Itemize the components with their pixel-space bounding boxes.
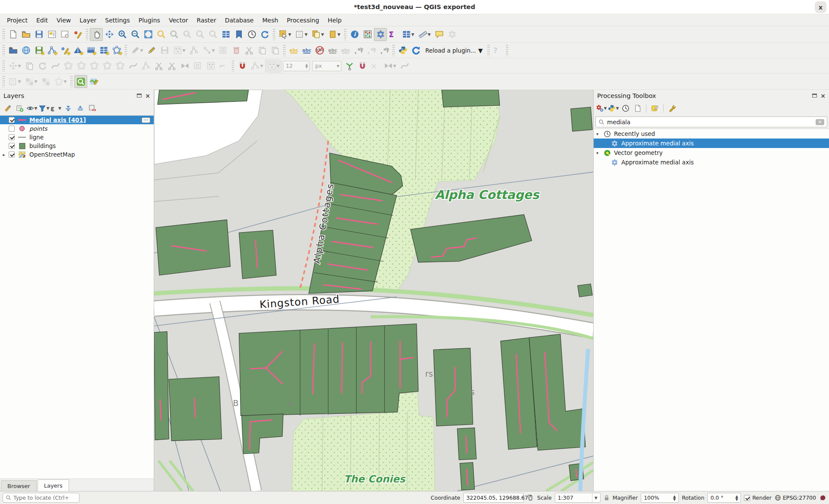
- trim-extend-button[interactable]: ⌐: [217, 60, 230, 72]
- processing-search-input[interactable]: [607, 119, 813, 126]
- vertex-tool-button[interactable]: ▼: [200, 44, 217, 57]
- new-geopackage-layer-button[interactable]: *: [32, 44, 45, 57]
- new-mesh-layer-button[interactable]: *: [71, 44, 84, 57]
- window-close-button[interactable]: x: [815, 1, 826, 13]
- bookmarks-button[interactable]: [232, 28, 245, 41]
- rotation-spin[interactable]: 0.0 ° ▲▼: [707, 493, 741, 503]
- collapse-all-button[interactable]: [74, 103, 86, 114]
- invert-selection-dropdown-icon[interactable]: ▼: [338, 32, 341, 37]
- mesh-force-by-lines-button[interactable]: ▼: [52, 75, 69, 88]
- zoom-in-button[interactable]: +: [116, 28, 129, 41]
- snap-units-combo[interactable]: px▾: [312, 61, 342, 71]
- processing-panel-close-icon[interactable]: ×: [820, 94, 826, 98]
- digitize-with-segment-button[interactable]: ▼: [171, 44, 187, 57]
- measure-button[interactable]: ▼: [416, 28, 433, 41]
- manage-map-themes-button[interactable]: ▼: [26, 103, 38, 114]
- edit-features-in-place-button[interactable]: [649, 103, 661, 114]
- enable-snapping-button[interactable]: [236, 60, 249, 72]
- temporal-controller-button[interactable]: [245, 28, 258, 41]
- memory-layer-indicator-icon[interactable]: [142, 117, 150, 123]
- layer-visibility-checkbox[interactable]: [9, 151, 15, 158]
- avoid-overlap-mode-button[interactable]: ▼: [382, 60, 398, 72]
- render-checkbox[interactable]: [744, 495, 750, 501]
- annotations-button[interactable]: [446, 28, 459, 41]
- layers-panel-close-icon[interactable]: ×: [145, 94, 150, 98]
- menu-database[interactable]: Database: [221, 16, 258, 25]
- modify-attributes-button[interactable]: [217, 44, 230, 57]
- snapping-mode-dropdown-icon[interactable]: ▼: [260, 64, 263, 68]
- new-gpx-layer-button[interactable]: *: [84, 44, 97, 57]
- quickosm-button[interactable]: [87, 75, 100, 88]
- topological-editing-button[interactable]: [343, 60, 356, 72]
- add-group-button[interactable]: [14, 103, 25, 114]
- osm-place-search-button[interactable]: [74, 75, 87, 88]
- filter-legend-dropdown-icon[interactable]: ▼: [47, 106, 50, 110]
- python-console-button[interactable]: [396, 44, 409, 57]
- mouse-extents-icon[interactable]: [527, 494, 534, 501]
- add-part-button[interactable]: [75, 60, 88, 72]
- menu-layer[interactable]: Layer: [75, 16, 101, 25]
- copy-move-feature-button[interactable]: [23, 60, 36, 72]
- rotate-label-button[interactable]: ab: [365, 44, 378, 57]
- scripts-dropdown-icon[interactable]: ▼: [616, 106, 619, 110]
- snap-tolerance-spinbox[interactable]: 12▲▼: [283, 61, 310, 71]
- menu-vector[interactable]: Vector: [165, 16, 193, 25]
- split-features-button[interactable]: [152, 60, 165, 72]
- mesh-digitizing-button[interactable]: ▼: [6, 75, 23, 88]
- layer-visibility-checkbox[interactable]: [9, 134, 15, 140]
- snap-tolerance-stepper-icons[interactable]: ▲▼: [306, 63, 309, 69]
- new-print-layout-button[interactable]: [45, 28, 58, 41]
- open-attribute-table-dropdown-icon[interactable]: ▼: [411, 32, 414, 37]
- processing-group-vector-geometry[interactable]: ▾Vector geometry: [594, 148, 829, 158]
- merge-attributes-button[interactable]: [191, 60, 204, 72]
- messages-balloon-icon[interactable]: [819, 495, 826, 501]
- highlight-pinned-labels-button[interactable]: abc: [339, 44, 352, 57]
- save-project-button[interactable]: [32, 28, 45, 41]
- search-clear-icon[interactable]: ✕: [816, 119, 824, 125]
- pan-to-selection-button[interactable]: [103, 28, 116, 41]
- zoom-to-layer-button[interactable]: [168, 28, 180, 41]
- move-feature-dropdown-icon[interactable]: ▼: [18, 64, 21, 68]
- select-features-button[interactable]: ▼: [277, 28, 293, 41]
- tab-layers[interactable]: Layers: [38, 479, 69, 491]
- delete-part-button[interactable]: [114, 60, 127, 72]
- copy-features-button[interactable]: [256, 44, 269, 57]
- measure-dropdown-icon[interactable]: ▼: [428, 32, 431, 37]
- scale-dropdown-icon[interactable]: ▼: [592, 493, 598, 502]
- processing-algorithm-item-selected[interactable]: Approximate medial axis: [594, 139, 829, 148]
- show-layout-manager-button[interactable]: [58, 28, 71, 41]
- snapping-on-intersection-button[interactable]: [356, 60, 369, 72]
- invert-selection-button[interactable]: ▼: [326, 28, 342, 41]
- locator-input[interactable]: [13, 495, 70, 501]
- data-source-manager-button[interactable]: [6, 44, 19, 57]
- history-button[interactable]: [620, 103, 631, 114]
- zoom-native-button[interactable]: 1:1: [180, 28, 193, 41]
- deselect-features-button[interactable]: ▼: [310, 28, 326, 41]
- new-spatialite-layer-button[interactable]: *: [58, 44, 71, 57]
- rotate-point-symbols-button[interactable]: [204, 60, 217, 72]
- rotation-stepper-icons[interactable]: ▲▼: [735, 495, 738, 501]
- models-dropdown-icon[interactable]: ▼: [604, 106, 607, 110]
- snapping-mode-button[interactable]: ▼: [249, 60, 265, 72]
- new-temporary-scratch-layer-button[interactable]: *: [110, 44, 123, 57]
- vertex-tool-dropdown-icon[interactable]: ▼: [212, 48, 215, 53]
- change-label-properties-button[interactable]: ab: [378, 44, 391, 57]
- filter-by-expression-button[interactable]: ε▼: [50, 103, 62, 114]
- processing-search-box[interactable]: ✕: [595, 117, 827, 127]
- processing-group-recently-used[interactable]: ▾Recently used: [594, 129, 829, 139]
- new-shapefile-layer-button[interactable]: *: [45, 44, 58, 57]
- plugin-help-button[interactable]: ?: [491, 44, 504, 57]
- new-project-button[interactable]: [6, 28, 19, 41]
- plugin-reloader-choose-dropdown-icon[interactable]: ▼: [478, 47, 482, 54]
- tab-browser[interactable]: Browser: [1, 480, 37, 491]
- open-layer-styling-button[interactable]: [2, 103, 13, 114]
- layer-expander-icon[interactable]: ▸: [2, 152, 6, 157]
- current-edits-button[interactable]: ▼: [129, 44, 145, 57]
- mesh-digitizing-dropdown-icon[interactable]: ▼: [18, 79, 21, 84]
- menu-processing[interactable]: Processing: [282, 16, 323, 25]
- plugin-reloader-choose-button[interactable]: Reload a plugin...▼: [422, 45, 486, 56]
- reshape-features-button[interactable]: [139, 60, 152, 72]
- save-edits-button[interactable]: [158, 44, 171, 57]
- layer-diagram-button[interactable]: abc: [300, 44, 313, 57]
- filter-legend-button[interactable]: ▼: [38, 103, 50, 114]
